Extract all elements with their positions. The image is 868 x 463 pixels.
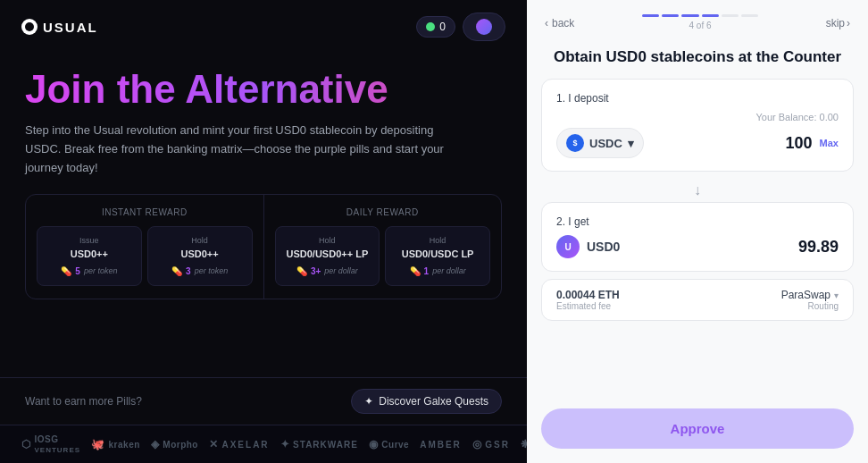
token-select-usdc[interactable]: $ USDC ▾ bbox=[556, 128, 644, 158]
balance-text: Your Balance: 0.00 bbox=[755, 112, 839, 122]
hero-title: Join the Alternative bbox=[25, 68, 502, 111]
partner-curve: ◉ Curve bbox=[369, 438, 409, 450]
partner-label-axelar: AXELAR bbox=[221, 440, 269, 450]
usdo-token-display: U USD0 bbox=[556, 235, 620, 258]
card-unit-1: per token bbox=[195, 266, 229, 275]
skip-label: skip bbox=[826, 17, 845, 29]
quests-bar: Want to earn more Pills? ✦ Discover Galx… bbox=[0, 377, 527, 425]
fee-amount: 0.00044 ETH bbox=[556, 289, 620, 301]
partner-kraken: 🐙 kraken bbox=[91, 438, 140, 450]
max-button[interactable]: Max bbox=[820, 138, 839, 148]
get-amount-value: 99.89 bbox=[798, 238, 839, 257]
partner-icon-kraken: 🐙 bbox=[91, 438, 105, 450]
routing-label: ParaSwap bbox=[781, 289, 830, 301]
progress-step-1 bbox=[642, 14, 659, 17]
get-label: 2. I get bbox=[556, 215, 839, 228]
bottom-bar: Want to earn more Pills? ✦ Discover Galx… bbox=[0, 377, 527, 463]
fee-label: Estimated fee bbox=[556, 301, 620, 311]
progress-step-3 bbox=[681, 14, 698, 17]
pill-badge[interactable]: 0 bbox=[416, 16, 455, 38]
card-unit-3: per dollar bbox=[432, 266, 466, 275]
reward-card-issue-usd0pp: Issue USD0++ 💊 5 per token bbox=[37, 226, 142, 286]
instant-reward-cards: Issue USD0++ 💊 5 per token Hold USD0++ 💊… bbox=[37, 226, 253, 286]
quests-icon: ✦ bbox=[364, 395, 373, 408]
back-button[interactable]: ‹ back bbox=[545, 17, 574, 29]
progress-step-2 bbox=[662, 14, 679, 17]
partner-label-gsr: GSR bbox=[485, 440, 510, 450]
logo-icon bbox=[21, 19, 38, 35]
hero-description: Step into the Usual revolution and mint … bbox=[25, 122, 454, 177]
partner-label-morpho: Morpho bbox=[163, 440, 198, 450]
card-amount-3: 💊 1 per dollar bbox=[393, 266, 482, 276]
get-section: 2. I get U USD0 99.89 bbox=[541, 202, 854, 272]
usdo-token-icon: U bbox=[556, 235, 580, 258]
instant-reward-group: Instant Reward Issue USD0++ 💊 5 per toke… bbox=[26, 195, 264, 299]
panel-title: Obtain USD0 stablecoins at the Counter bbox=[527, 41, 868, 79]
pill-dot-icon bbox=[426, 22, 435, 31]
partner-axelar: ✕ AXELAR bbox=[209, 438, 270, 450]
rewards-section: Instant Reward Issue USD0++ 💊 5 per toke… bbox=[25, 194, 502, 299]
usdo-token-label: USD0 bbox=[587, 240, 620, 254]
progress-step-6 bbox=[741, 14, 758, 17]
partner-icon-iosg: ⬡ bbox=[21, 438, 31, 450]
discover-quests-button[interactable]: ✦ Discover Galxe Quests bbox=[351, 389, 502, 414]
partner-icon-starkware: ✦ bbox=[280, 438, 290, 450]
get-token-row: U USD0 99.89 bbox=[556, 235, 839, 258]
card-name-3: USD0/USDC LP bbox=[393, 248, 482, 259]
card-name-2: USD0/USD0++ LP bbox=[283, 248, 372, 259]
card-num-0: 5 bbox=[75, 266, 80, 276]
partner-mantle: ❋ MANTLE bbox=[521, 438, 527, 450]
daily-reward-group: Daily Reward Hold USD0/USD0++ LP 💊 3+ pe… bbox=[264, 195, 502, 299]
partner-label-iosg: IOSGVENTURES bbox=[35, 434, 81, 454]
card-type-0: Issue bbox=[45, 236, 134, 245]
left-panel: USUAL 0 Join the Alternative Step into t… bbox=[0, 0, 527, 463]
partner-icon-axelar: ✕ bbox=[209, 438, 219, 450]
reward-card-usd0-lp: Hold USD0/USD0++ LP 💊 3+ per dollar bbox=[275, 226, 380, 286]
card-num-2: 3+ bbox=[311, 266, 321, 276]
partner-icon-curve: ◉ bbox=[369, 438, 379, 450]
deposit-amount-value: 100 bbox=[786, 134, 813, 153]
partner-icon-mantle: ❋ bbox=[521, 438, 527, 450]
partner-label-kraken: kraken bbox=[109, 440, 140, 450]
logo-text: USUAL bbox=[43, 20, 98, 35]
routing-chevron-icon: ▾ bbox=[834, 290, 839, 300]
partners-bar: ⬡ IOSGVENTURES 🐙 kraken ◈ Morpho ✕ AXELA… bbox=[0, 425, 527, 463]
right-panel: ‹ back 4 of 6 skip › Obtain USD0 stablec… bbox=[527, 0, 868, 463]
partner-morpho: ◈ Morpho bbox=[151, 438, 198, 450]
partner-icon-morpho: ◈ bbox=[151, 438, 160, 450]
pill-count: 0 bbox=[439, 21, 446, 33]
wallet-avatar-icon bbox=[476, 19, 492, 35]
routing-sub-label: Routing bbox=[781, 301, 839, 311]
skip-button[interactable]: skip › bbox=[826, 17, 850, 29]
back-chevron-icon: ‹ bbox=[545, 17, 548, 29]
partner-label-amber: AMBER bbox=[420, 440, 462, 450]
card-unit-0: per token bbox=[84, 266, 118, 275]
connect-wallet-button[interactable] bbox=[463, 13, 505, 41]
token-label-usdc: USDC bbox=[589, 137, 622, 150]
usdc-token-icon: $ bbox=[566, 134, 584, 152]
partner-icon-gsr: ◎ bbox=[472, 438, 482, 450]
card-amount-1: 💊 3 per token bbox=[155, 266, 245, 276]
fee-section: 0.00044 ETH Estimated fee ParaSwap ▾ Rou… bbox=[541, 279, 854, 321]
approve-button[interactable]: Approve bbox=[541, 408, 854, 449]
partner-starkware: ✦ STARKWARE bbox=[280, 438, 358, 450]
fee-left: 0.00044 ETH Estimated fee bbox=[556, 289, 620, 311]
card-unit-2: per dollar bbox=[324, 266, 358, 275]
header: USUAL 0 bbox=[0, 0, 527, 54]
deposit-amount: 100 Max bbox=[786, 134, 839, 153]
deposit-section: 1. I deposit Your Balance: 0.00 $ USDC ▾… bbox=[541, 79, 854, 172]
card-num-1: 3 bbox=[186, 266, 191, 276]
deposit-label: 1. I deposit bbox=[556, 92, 839, 105]
partner-iosg: ⬡ IOSGVENTURES bbox=[21, 434, 80, 454]
card-name-0: USD0++ bbox=[45, 248, 134, 259]
card-type-2: Hold bbox=[283, 236, 372, 245]
partner-label-curve: Curve bbox=[381, 440, 409, 450]
approve-section: Approve bbox=[527, 408, 868, 463]
card-name-1: USD0++ bbox=[155, 248, 245, 259]
card-amount-0: 💊 5 per token bbox=[45, 266, 134, 276]
panel-header: ‹ back 4 of 6 skip › bbox=[527, 0, 868, 41]
progress-step-5 bbox=[722, 14, 739, 17]
fee-routing[interactable]: ParaSwap ▾ bbox=[781, 289, 839, 301]
balance-row: Your Balance: 0.00 bbox=[556, 112, 839, 122]
card-amount-2: 💊 3+ per dollar bbox=[283, 266, 372, 276]
